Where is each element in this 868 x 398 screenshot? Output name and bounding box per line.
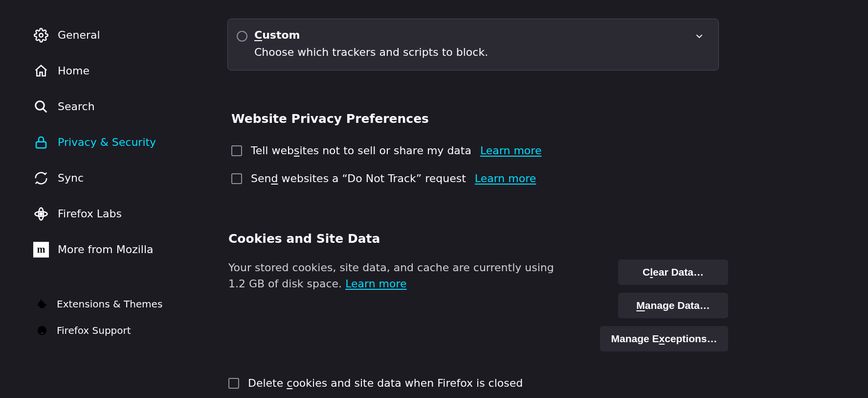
sidebar-item-home[interactable]: Home — [33, 53, 227, 89]
sidebar-item-label: Extensions & Themes — [57, 298, 162, 310]
checkbox-tell-websites[interactable] — [231, 145, 242, 156]
website-privacy-heading: Website Privacy Preferences — [231, 112, 839, 126]
sidebar-item-label: More from Mozilla — [58, 243, 154, 256]
svg-point-6 — [40, 212, 43, 215]
opt-tell-websites-row: Tell websites not to sell or share my da… — [231, 144, 839, 157]
learn-more-link[interactable]: Learn more — [480, 144, 541, 157]
clear-data-button[interactable]: Clear Data… — [618, 259, 728, 285]
sidebar-item-label: General — [58, 29, 100, 41]
sidebar-item-label: Home — [58, 65, 89, 77]
manage-data-button[interactable]: Manage Data… — [618, 293, 728, 318]
sidebar-item-privacy-security[interactable]: Privacy & Security — [33, 124, 227, 160]
svg-point-1 — [36, 101, 45, 110]
sidebar-item-search[interactable]: Search — [33, 89, 227, 124]
sidebar: General Home Search Privacy & Security S… — [0, 0, 227, 398]
opt-dnt-label: Send websites a “Do Not Track” request — [251, 172, 466, 185]
radio-custom[interactable] — [237, 31, 247, 42]
svg-line-2 — [43, 108, 47, 112]
puzzle-icon — [36, 298, 48, 310]
sidebar-item-sync[interactable]: Sync — [33, 160, 227, 196]
custom-title: Custom — [254, 29, 687, 41]
delete-cookies-row: Delete cookies and site data when Firefo… — [228, 377, 839, 389]
sidebar-item-extensions-themes[interactable]: Extensions & Themes — [33, 291, 227, 317]
search-icon — [33, 99, 49, 115]
checkbox-dnt[interactable] — [231, 173, 242, 184]
sidebar-item-firefox-support[interactable]: Firefox Support — [33, 317, 227, 344]
svg-point-8 — [42, 333, 42, 333]
sidebar-item-label: Sync — [58, 172, 84, 184]
custom-description: Choose which trackers and scripts to blo… — [254, 46, 687, 58]
cookies-heading: Cookies and Site Data — [228, 232, 839, 246]
delete-cookies-label: Delete cookies and site data when Firefo… — [248, 377, 523, 389]
home-icon — [33, 63, 49, 79]
sidebar-item-firefox-labs[interactable]: Firefox Labs — [33, 196, 227, 232]
tracking-custom-option[interactable]: Custom Choose which trackers and scripts… — [227, 19, 719, 70]
checkbox-delete-on-close[interactable] — [228, 378, 239, 389]
mozilla-icon: m — [33, 242, 49, 258]
sync-icon — [33, 170, 49, 186]
sidebar-item-label: Search — [58, 100, 95, 113]
main-content: Custom Choose which trackers and scripts… — [227, 0, 868, 398]
help-icon — [36, 325, 48, 336]
svg-rect-3 — [36, 141, 46, 148]
labs-icon — [33, 206, 49, 222]
sidebar-item-label: Firefox Labs — [58, 208, 122, 220]
learn-more-link[interactable]: Learn more — [475, 172, 536, 185]
sidebar-item-label: Firefox Support — [57, 325, 131, 336]
sidebar-item-more-mozilla[interactable]: m More from Mozilla — [33, 232, 227, 267]
lock-icon — [33, 135, 49, 150]
sidebar-item-label: Privacy & Security — [58, 136, 156, 148]
learn-more-link[interactable]: Learn more — [345, 278, 406, 290]
cookies-buttons: Clear Data… Manage Data… Manage Exceptio… — [600, 259, 728, 351]
cookies-description: Your stored cookies, site data, and cach… — [228, 259, 580, 292]
gear-icon — [33, 27, 49, 43]
manage-exceptions-button[interactable]: Manage Exceptions… — [600, 326, 728, 351]
chevron-down-icon[interactable] — [694, 31, 705, 44]
opt-dnt-row: Send websites a “Do Not Track” request L… — [231, 172, 839, 185]
opt-tell-websites-label: Tell websites not to sell or share my da… — [251, 144, 471, 157]
sidebar-item-general[interactable]: General — [33, 17, 227, 53]
svg-point-0 — [39, 33, 43, 37]
